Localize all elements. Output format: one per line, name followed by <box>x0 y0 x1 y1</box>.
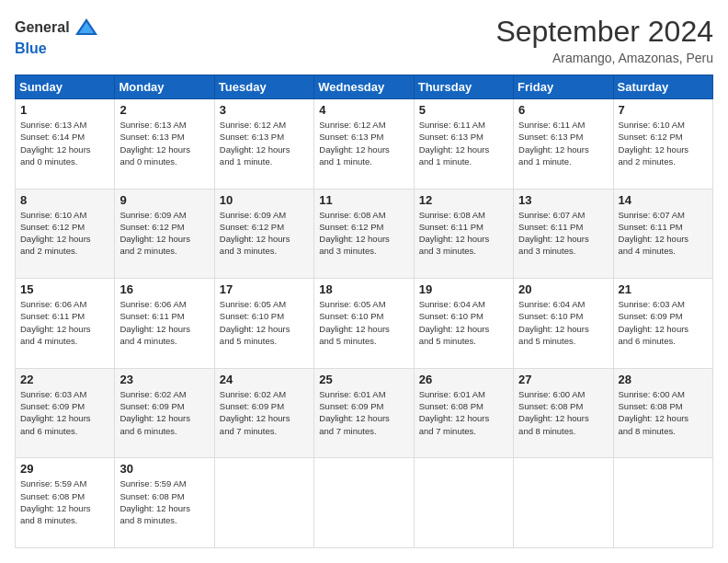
day-detail: Sunrise: 6:03 AM Sunset: 6:09 PM Dayligh… <box>619 298 708 347</box>
calendar-cell: 9Sunrise: 6:09 AM Sunset: 6:12 PM Daylig… <box>115 189 214 279</box>
day-detail: Sunrise: 6:00 AM Sunset: 6:08 PM Dayligh… <box>619 388 708 437</box>
day-detail: Sunrise: 5:59 AM Sunset: 6:08 PM Dayligh… <box>20 477 109 526</box>
day-number: 17 <box>220 282 309 296</box>
calendar-cell <box>514 458 613 548</box>
calendar-cell: 3Sunrise: 6:12 AM Sunset: 6:13 PM Daylig… <box>214 99 313 190</box>
week-row-3: 15Sunrise: 6:06 AM Sunset: 6:11 PM Dayli… <box>16 279 713 369</box>
day-detail: Sunrise: 6:10 AM Sunset: 6:12 PM Dayligh… <box>20 209 109 258</box>
day-number: 2 <box>119 103 209 117</box>
day-number: 6 <box>518 103 608 117</box>
week-row-1: 1Sunrise: 6:13 AM Sunset: 6:14 PM Daylig… <box>16 99 713 190</box>
day-number: 12 <box>419 193 508 207</box>
calendar-cell: 18Sunrise: 6:05 AM Sunset: 6:10 PM Dayli… <box>314 279 414 369</box>
calendar-cell: 28Sunrise: 6:00 AM Sunset: 6:08 PM Dayli… <box>613 368 712 458</box>
day-detail: Sunrise: 6:12 AM Sunset: 6:13 PM Dayligh… <box>319 119 408 167</box>
calendar-cell: 25Sunrise: 6:01 AM Sunset: 6:09 PM Dayli… <box>314 368 414 458</box>
day-number: 21 <box>619 282 708 296</box>
calendar-cell: 16Sunrise: 6:06 AM Sunset: 6:11 PM Dayli… <box>115 279 214 369</box>
calendar-cell: 17Sunrise: 6:05 AM Sunset: 6:10 PM Dayli… <box>214 279 313 369</box>
day-number: 13 <box>518 193 608 207</box>
day-detail: Sunrise: 6:02 AM Sunset: 6:09 PM Dayligh… <box>220 388 309 437</box>
day-number: 18 <box>319 282 408 296</box>
day-number: 25 <box>319 373 408 386</box>
col-header-saturday: Saturday <box>613 75 712 99</box>
day-number: 8 <box>20 193 109 207</box>
day-detail: Sunrise: 6:01 AM Sunset: 6:09 PM Dayligh… <box>319 388 408 437</box>
day-detail: Sunrise: 6:02 AM Sunset: 6:09 PM Dayligh… <box>119 388 209 437</box>
day-detail: Sunrise: 6:03 AM Sunset: 6:09 PM Dayligh… <box>20 388 109 437</box>
day-number: 30 <box>119 462 209 476</box>
col-header-tuesday: Tuesday <box>214 75 313 99</box>
week-row-2: 8Sunrise: 6:10 AM Sunset: 6:12 PM Daylig… <box>16 189 713 279</box>
day-number: 4 <box>319 103 408 117</box>
logo-blue-text: Blue <box>15 40 47 57</box>
calendar-cell <box>314 458 414 548</box>
calendar-cell: 8Sunrise: 6:10 AM Sunset: 6:12 PM Daylig… <box>16 189 115 279</box>
calendar-cell <box>414 458 513 548</box>
day-detail: Sunrise: 6:05 AM Sunset: 6:10 PM Dayligh… <box>220 298 309 347</box>
day-detail: Sunrise: 5:59 AM Sunset: 6:08 PM Dayligh… <box>119 477 209 526</box>
day-detail: Sunrise: 6:05 AM Sunset: 6:10 PM Dayligh… <box>319 298 408 347</box>
day-number: 28 <box>619 373 708 386</box>
day-detail: Sunrise: 6:08 AM Sunset: 6:11 PM Dayligh… <box>419 209 508 258</box>
logo-icon <box>74 15 99 40</box>
day-number: 24 <box>220 373 309 386</box>
day-detail: Sunrise: 6:09 AM Sunset: 6:12 PM Dayligh… <box>220 209 309 258</box>
calendar-cell: 19Sunrise: 6:04 AM Sunset: 6:10 PM Dayli… <box>414 279 513 369</box>
week-row-5: 29Sunrise: 5:59 AM Sunset: 6:08 PM Dayli… <box>16 458 713 548</box>
day-number: 27 <box>518 373 608 386</box>
month-title: September 2024 <box>495 15 713 49</box>
day-detail: Sunrise: 6:06 AM Sunset: 6:11 PM Dayligh… <box>119 298 209 347</box>
week-row-4: 22Sunrise: 6:03 AM Sunset: 6:09 PM Dayli… <box>16 368 713 458</box>
calendar-cell: 12Sunrise: 6:08 AM Sunset: 6:11 PM Dayli… <box>414 189 513 279</box>
calendar-cell: 15Sunrise: 6:06 AM Sunset: 6:11 PM Dayli… <box>16 279 115 369</box>
page: General Blue September 2024 Aramango, Am… <box>0 0 728 563</box>
day-detail: Sunrise: 6:13 AM Sunset: 6:13 PM Dayligh… <box>119 119 209 167</box>
calendar-cell: 4Sunrise: 6:12 AM Sunset: 6:13 PM Daylig… <box>314 99 414 190</box>
calendar-cell: 20Sunrise: 6:04 AM Sunset: 6:10 PM Dayli… <box>514 279 613 369</box>
calendar-cell: 24Sunrise: 6:02 AM Sunset: 6:09 PM Dayli… <box>214 368 313 458</box>
day-detail: Sunrise: 6:07 AM Sunset: 6:11 PM Dayligh… <box>518 209 608 258</box>
day-number: 15 <box>20 282 109 296</box>
calendar-cell: 5Sunrise: 6:11 AM Sunset: 6:13 PM Daylig… <box>414 99 513 190</box>
col-header-thursday: Thursday <box>414 75 513 99</box>
title-block: September 2024 Aramango, Amazonas, Peru <box>495 15 713 65</box>
calendar-cell: 23Sunrise: 6:02 AM Sunset: 6:09 PM Dayli… <box>115 368 214 458</box>
day-detail: Sunrise: 6:10 AM Sunset: 6:12 PM Dayligh… <box>619 119 708 167</box>
calendar-cell: 10Sunrise: 6:09 AM Sunset: 6:12 PM Dayli… <box>214 189 313 279</box>
day-number: 5 <box>419 103 508 117</box>
header: General Blue September 2024 Aramango, Am… <box>15 15 713 65</box>
calendar-cell: 6Sunrise: 6:11 AM Sunset: 6:13 PM Daylig… <box>514 99 613 190</box>
day-number: 20 <box>518 282 608 296</box>
location: Aramango, Amazonas, Peru <box>495 51 713 65</box>
day-number: 14 <box>619 193 708 207</box>
logo-general-text: General <box>15 19 70 36</box>
calendar-cell: 7Sunrise: 6:10 AM Sunset: 6:12 PM Daylig… <box>613 99 712 190</box>
day-detail: Sunrise: 6:06 AM Sunset: 6:11 PM Dayligh… <box>20 298 109 347</box>
day-number: 9 <box>119 193 209 207</box>
calendar-cell: 11Sunrise: 6:08 AM Sunset: 6:12 PM Dayli… <box>314 189 414 279</box>
calendar-cell: 2Sunrise: 6:13 AM Sunset: 6:13 PM Daylig… <box>115 99 214 190</box>
day-number: 10 <box>220 193 309 207</box>
col-header-wednesday: Wednesday <box>314 75 414 99</box>
day-number: 3 <box>220 103 309 117</box>
day-detail: Sunrise: 6:07 AM Sunset: 6:11 PM Dayligh… <box>619 209 708 258</box>
calendar-cell: 29Sunrise: 5:59 AM Sunset: 6:08 PM Dayli… <box>16 458 115 548</box>
day-number: 7 <box>619 103 708 117</box>
calendar-cell: 30Sunrise: 5:59 AM Sunset: 6:08 PM Dayli… <box>115 458 214 548</box>
calendar-cell: 26Sunrise: 6:01 AM Sunset: 6:08 PM Dayli… <box>414 368 513 458</box>
calendar-header-row: SundayMondayTuesdayWednesdayThursdayFrid… <box>16 75 713 99</box>
col-header-monday: Monday <box>115 75 214 99</box>
calendar-cell: 13Sunrise: 6:07 AM Sunset: 6:11 PM Dayli… <box>514 189 613 279</box>
day-number: 23 <box>119 373 209 386</box>
day-number: 16 <box>119 282 209 296</box>
logo: General Blue <box>15 15 99 57</box>
day-detail: Sunrise: 6:08 AM Sunset: 6:12 PM Dayligh… <box>319 209 408 258</box>
col-header-sunday: Sunday <box>16 75 115 99</box>
col-header-friday: Friday <box>514 75 613 99</box>
calendar-cell <box>214 458 313 548</box>
day-number: 1 <box>20 103 109 117</box>
day-detail: Sunrise: 6:13 AM Sunset: 6:14 PM Dayligh… <box>20 119 109 167</box>
day-detail: Sunrise: 6:11 AM Sunset: 6:13 PM Dayligh… <box>518 119 608 167</box>
day-detail: Sunrise: 6:04 AM Sunset: 6:10 PM Dayligh… <box>419 298 508 347</box>
